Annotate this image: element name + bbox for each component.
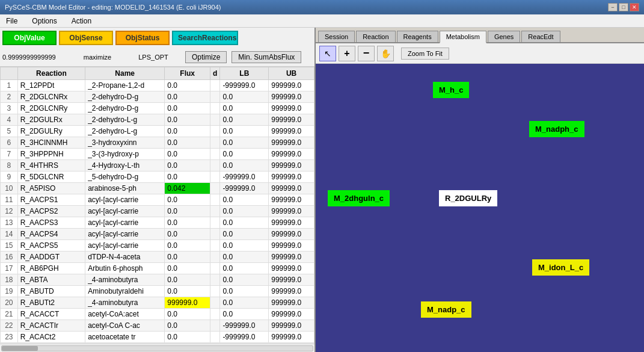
reaction-name[interactable]: R_ACACt2 [17, 332, 85, 343]
canvas-node-M_nadph_c[interactable]: M_nadph_c [529, 121, 584, 137]
reaction-name[interactable]: R_2DGULRx [17, 114, 85, 126]
zoom-in-button[interactable]: + [339, 46, 355, 61]
reactions-table-container[interactable]: Reaction Name Flux d LB UB 1 R_12PPDt _2… [0, 66, 314, 344]
reaction-name[interactable]: R_2DGLCNRy [17, 103, 85, 114]
reaction-name[interactable]: R_ACACTIr [17, 320, 85, 332]
flux-value: 0.0 [165, 149, 210, 160]
zoom-out-button[interactable]: − [358, 46, 375, 61]
table-row[interactable]: 12 R_AACPS2 acyl-[acyl-carrie 0.0 0.0 99… [1, 206, 314, 217]
obj-status-button[interactable]: ObjStatus [115, 31, 170, 45]
metabolism-canvas[interactable]: M_h_cM_nadph_cM_2dhguln_cR_2DGULRyM_idon… [316, 64, 644, 352]
lower-bound: 0.0 [220, 160, 269, 171]
min-sum-abs-flux-button[interactable]: Min. SumAbsFlux [232, 51, 301, 63]
col-header-lb[interactable]: LB [220, 67, 269, 80]
canvas-node-M_2dhguln_c[interactable]: M_2dhguln_c [328, 190, 390, 206]
table-row[interactable]: 5 R_2DGULRy _2-dehydro-L-g 0.0 0.0 99999… [1, 126, 314, 137]
col-header-flux[interactable]: Flux [165, 67, 210, 80]
close-button[interactable]: ✕ [630, 3, 639, 11]
table-row[interactable]: 7 R_3HPPPNH _3-(3-hydroxy-p 0.0 0.0 9999… [1, 149, 314, 160]
scrollbar-track[interactable] [1, 345, 313, 351]
reaction-name[interactable]: R_3HPPPNH [17, 149, 85, 160]
reaction-name[interactable]: R_ACACCT [17, 309, 85, 320]
table-row[interactable]: 21 R_ACACCT acetyl-CoA:acet 0.0 0.0 9999… [1, 309, 314, 320]
row-num: 13 [1, 217, 18, 229]
reaction-name[interactable]: R_AACPS3 [17, 217, 85, 229]
table-row[interactable]: 23 R_ACACt2 acetoacetate tr 0.0 -999999.… [1, 332, 314, 343]
col-header-ub[interactable]: UB [269, 67, 314, 80]
table-row[interactable]: 10 R_A5PISO arabinose-5-ph 0.042 -999999… [1, 183, 314, 194]
tab-reagents[interactable]: Reagents [397, 31, 438, 42]
reaction-name[interactable]: R_3HCINNMH [17, 137, 85, 149]
tab-session[interactable]: Session [318, 31, 355, 42]
direction [210, 320, 220, 332]
col-header-reaction[interactable]: Reaction [17, 67, 85, 80]
horizontal-scrollbar[interactable] [0, 344, 314, 352]
reaction-name[interactable]: R_ABTA [17, 274, 85, 286]
table-row[interactable]: 14 R_AACPS4 acyl-[acyl-carrie 0.0 0.0 99… [1, 229, 314, 240]
tab-reaction[interactable]: Reaction [356, 31, 395, 42]
col-header-num [1, 67, 18, 80]
obj-sense-button[interactable]: ObjSense [59, 31, 113, 45]
table-row[interactable]: 2 R_2DGLCNRx _2-dehydro-D-g 0.0 0.0 9999… [1, 91, 314, 103]
menu-file[interactable]: File [2, 16, 21, 26]
search-reactions-button[interactable]: SearchReactions [172, 31, 238, 45]
reaction-name[interactable]: R_AACPS1 [17, 194, 85, 206]
table-row[interactable]: 19 R_ABUTD Aminobutyraldehi 0.0 0.0 9999… [1, 286, 314, 297]
canvas-node-M_idon_L_c[interactable]: M_idon_L_c [532, 259, 589, 276]
minimize-button[interactable]: − [608, 3, 618, 11]
zoom-to-fit-button[interactable]: Zoom To Fit [401, 48, 449, 60]
table-row[interactable]: 13 R_AACPS3 acyl-[acyl-carrie 0.0 0.0 99… [1, 217, 314, 229]
lower-bound: 0.0 [220, 286, 269, 297]
canvas-node-M_h_c[interactable]: M_h_c [433, 82, 469, 98]
tab-reacedt[interactable]: ReacEdt [521, 31, 560, 42]
menu-options[interactable]: Options [28, 16, 60, 26]
reaction-name[interactable]: R_AACPS2 [17, 206, 85, 217]
reaction-name[interactable]: R_2DGULRy [17, 126, 85, 137]
lower-bound: 0.0 [220, 114, 269, 126]
obj-value-button[interactable]: ObjValue [2, 31, 57, 45]
table-row[interactable]: 6 R_3HCINNMH _3-hydroxyxinn 0.0 0.0 9999… [1, 137, 314, 149]
upper-bound: 999999.0 [269, 286, 314, 297]
reaction-name[interactable]: R_12PPDt [17, 80, 85, 91]
table-row[interactable]: 3 R_2DGLCNRy _2-dehydro-D-g 0.0 0.0 9999… [1, 103, 314, 114]
select-tool-button[interactable]: ↖ [319, 46, 336, 61]
optimize-button[interactable]: Optimize [185, 51, 227, 63]
reaction-name[interactable]: R_AACPS4 [17, 229, 85, 240]
canvas-node-R_2DGULRy[interactable]: R_2DGULRy [439, 190, 497, 206]
reaction-name[interactable]: R_AADDGT [17, 252, 85, 263]
direction [210, 91, 220, 103]
table-row[interactable]: 9 R_5DGLCNR _5-dehydro-D-g 0.0 -999999.0… [1, 171, 314, 183]
table-row[interactable]: 20 R_ABUTt2 _4-aminobutyra 999999.0 0.0 … [1, 297, 314, 309]
reaction-name[interactable]: R_AACPS5 [17, 240, 85, 252]
maximize-button[interactable]: □ [619, 3, 628, 11]
flux-value: 0.0 [165, 171, 210, 183]
table-row[interactable]: 11 R_AACPS1 acyl-[acyl-carrie 0.0 0.0 99… [1, 194, 314, 206]
pan-tool-button[interactable]: ✋ [377, 46, 394, 61]
reaction-name[interactable]: R_5DGLCNR [17, 171, 85, 183]
toolbar-row1: ObjValue ObjSense ObjStatus SearchReacti… [0, 28, 314, 48]
table-row[interactable]: 4 R_2DGULRx _2-dehydro-L-g 0.0 0.0 99999… [1, 114, 314, 126]
table-row[interactable]: 16 R_AADDGT dTDP-N-4-aceta 0.0 0.0 99999… [1, 252, 314, 263]
table-row[interactable]: 18 R_ABTA _4-aminobutyra 0.0 0.0 999999.… [1, 274, 314, 286]
table-row[interactable]: 1 R_12PPDt _2-Propane-1,2-d 0.0 -999999.… [1, 80, 314, 91]
menu-action[interactable]: Action [68, 16, 95, 26]
zoom-in-icon: + [344, 48, 349, 59]
reaction-name[interactable]: R_ABUTt2 [17, 297, 85, 309]
reaction-name[interactable]: R_A5PISO [17, 183, 85, 194]
table-row[interactable]: 8 R_4HTHRS _4-Hydroxy-L-th 0.0 0.0 99999… [1, 160, 314, 171]
flux-value: 0.0 [165, 103, 210, 114]
tab-metabolism[interactable]: Metabolism [440, 31, 486, 43]
scrollbar-thumb[interactable] [2, 346, 38, 351]
reaction-name[interactable]: R_4HTHRS [17, 160, 85, 171]
table-row[interactable]: 15 R_AACPS5 acyl-[acyl-carrie 0.0 0.0 99… [1, 240, 314, 252]
table-row[interactable]: 22 R_ACACTIr acetyl-CoA C-ac 0.0 -999999… [1, 320, 314, 332]
reaction-name[interactable]: R_2DGLCNRx [17, 91, 85, 103]
table-row[interactable]: 17 R_AB6PGH Arbutin 6-phosph 0.0 0.0 999… [1, 263, 314, 274]
reaction-full-name: _5-dehydro-D-g [85, 171, 165, 183]
col-header-d[interactable]: d [210, 67, 220, 80]
col-header-name[interactable]: Name [85, 67, 165, 80]
reaction-name[interactable]: R_ABUTD [17, 286, 85, 297]
tab-genes[interactable]: Genes [488, 31, 520, 42]
canvas-node-M_nadp_c[interactable]: M_nadp_c [421, 301, 471, 318]
reaction-name[interactable]: R_AB6PGH [17, 263, 85, 274]
